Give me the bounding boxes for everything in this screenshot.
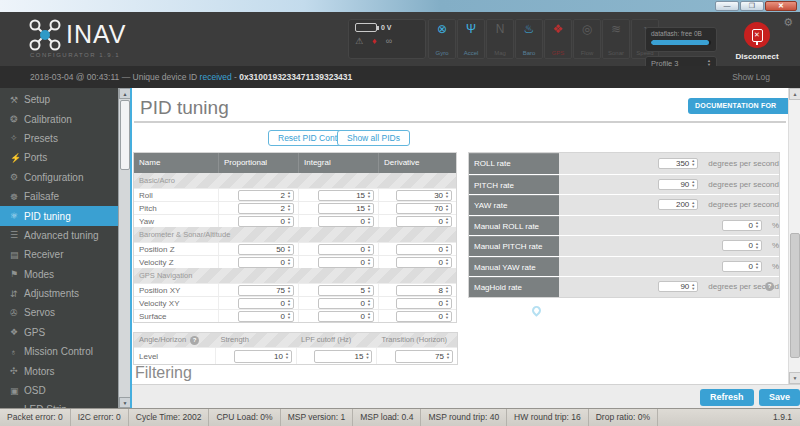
save-button[interactable]: Save	[759, 389, 800, 406]
pid-section-baro-sonar: Barometer & Sonar/Altitude	[134, 227, 456, 242]
sidebar-item-ports[interactable]: ⚡Ports	[0, 148, 118, 167]
device-id: 0x3100193233471139323431	[239, 72, 352, 82]
manual-roll-rate-input[interactable]: 0▲▼	[722, 220, 762, 231]
roll-rate-input[interactable]: 350▲▼	[658, 158, 698, 169]
position-z-d-input[interactable]: 0▲▼	[396, 244, 452, 255]
show-all-pids-button[interactable]: Show all PIDs	[337, 130, 410, 146]
sidebar-item-motors[interactable]: ✣Motors	[0, 361, 118, 380]
roll-d-input[interactable]: 30▲▼	[396, 190, 452, 201]
surface-d-input[interactable]: 0▲▼	[396, 311, 452, 322]
manual-pitch-rate-input[interactable]: 0▲▼	[722, 240, 762, 251]
level-strength-input[interactable]: 10▲▼	[234, 350, 292, 363]
status-cpu-load: CPU Load: 0%	[209, 409, 280, 426]
spinner-arrows-icon: ▲▼	[287, 286, 291, 294]
app-header: INAV CONFIGURATOR 1.9.1 0 V ⚠ ♦ ∞ ⊗ Gyro…	[0, 12, 800, 66]
table-row-surface: Surface 0▲▼ 0▲▼ 0▲▼	[134, 309, 456, 322]
status-cycle-time: Cycle Time: 2002	[129, 409, 210, 426]
position-z-p-input[interactable]: 50▲▼	[238, 244, 294, 255]
wrench-icon: ⚒	[10, 95, 24, 105]
sidebar-item-servos[interactable]: ✇Servos	[0, 303, 118, 322]
spinner-arrows-icon: ▲▼	[445, 204, 449, 212]
main-area: ⚒Setup ❂Calibration ✧Presets ⚡Ports ⚙Con…	[0, 88, 800, 408]
velocity-z-d-input[interactable]: 0▲▼	[396, 257, 452, 268]
maghold-rate-input[interactable]: 90▲▼	[658, 281, 698, 292]
sensor-sonar: ≋ Sonar	[602, 19, 630, 59]
scrollbar-thumb[interactable]	[120, 100, 130, 170]
magic-wand-icon: ✧	[10, 133, 24, 143]
filtering-section-title: Filtering	[135, 364, 192, 382]
refresh-button[interactable]: Refresh	[700, 389, 754, 406]
velocity-xy-p-input[interactable]: 0▲▼	[238, 298, 294, 309]
level-lpf-cutoff-input[interactable]: 15▲▼	[314, 350, 372, 363]
sidebar-item-presets[interactable]: ✧Presets	[0, 129, 118, 148]
sidebar-item-adjustments[interactable]: ⇵Adjustments	[0, 284, 118, 303]
table-row-velocity-z: Velocity Z 0▲▼ 0▲▼ 0▲▼	[134, 255, 456, 268]
settings-gear-icon[interactable]: ⚙	[783, 16, 793, 29]
spinner-arrows-icon: ▲▼	[285, 352, 289, 360]
content-scrollbar[interactable]: ▲ ▼	[788, 88, 800, 384]
yaw-i-input[interactable]: 0▲▼	[318, 216, 374, 227]
velocity-z-p-input[interactable]: 0▲▼	[238, 257, 294, 268]
disconnect-button[interactable]: ✕ Disconnect	[727, 22, 787, 61]
velocity-xy-d-input[interactable]: 0▲▼	[396, 298, 452, 309]
pid-section-gps-navigation: GPS Navigation	[134, 268, 456, 283]
sidebar-item-pid-tuning[interactable]: ⚛PID tuning	[0, 206, 118, 225]
sidebar-item-setup[interactable]: ⚒Setup	[0, 90, 118, 109]
sidebar-scrollbar[interactable]: ▲ ▼	[118, 88, 130, 408]
help-icon[interactable]: ?	[190, 336, 199, 345]
help-icon[interactable]: ?	[765, 282, 774, 291]
position-xy-i-input[interactable]: 5▲▼	[318, 285, 374, 296]
sonar-icon: ≋	[611, 23, 621, 36]
roll-p-input[interactable]: 2▲▼	[238, 190, 294, 201]
maximize-button[interactable]: ❐	[740, 1, 764, 11]
yaw-p-input[interactable]: 0▲▼	[238, 216, 294, 227]
velocity-xy-i-input[interactable]: 0▲▼	[318, 298, 374, 309]
spinner-arrows-icon: ▲▼	[367, 204, 371, 212]
pitch-i-input[interactable]: 15▲▼	[318, 203, 374, 214]
documentation-button[interactable]: DOCUMENTATION FOR INAV	[688, 98, 800, 114]
scroll-up-icon[interactable]: ▲	[789, 88, 800, 100]
spinner-arrows-icon: ▲▼	[445, 258, 449, 266]
battery-icon	[355, 23, 377, 32]
minimize-button[interactable]: —	[715, 1, 739, 11]
sidebar-item-failsafe[interactable]: ☸Failsafe	[0, 187, 118, 206]
sensor-gyro: ⊗ Gyro	[428, 19, 456, 59]
sidebar-item-osd[interactable]: ▣OSD	[0, 381, 118, 400]
sidebar-item-receiver[interactable]: ▤Receiver	[0, 245, 118, 264]
spinner-arrows-icon: ▲▼	[445, 299, 449, 307]
surface-i-input[interactable]: 0▲▼	[318, 311, 374, 322]
position-xy-d-input[interactable]: 8▲▼	[396, 285, 452, 296]
scrollbar-thumb[interactable]	[790, 233, 800, 358]
sidebar-item-calibration[interactable]: ❂Calibration	[0, 109, 118, 128]
spinner-arrows-icon: ▲▼	[755, 221, 759, 229]
pitch-p-input[interactable]: 2▲▼	[238, 203, 294, 214]
sidebar-item-led-strip[interactable]: ≡LED Strip	[0, 400, 118, 408]
roll-i-input[interactable]: 15▲▼	[318, 190, 374, 201]
position-xy-p-input[interactable]: 75▲▼	[238, 285, 294, 296]
manual-yaw-rate-input[interactable]: 0▲▼	[722, 261, 762, 272]
show-log-button[interactable]: Show Log	[732, 66, 770, 88]
spinner-arrows-icon: ▲▼	[446, 352, 450, 360]
velocity-z-i-input[interactable]: 0▲▼	[318, 257, 374, 268]
sidebar-item-mission-control[interactable]: ♁Mission Control	[0, 342, 118, 361]
table-row-manual-pitch-rate: Manual PITCH rate 0▲▼%	[469, 235, 779, 256]
close-button[interactable]: ✕	[765, 1, 797, 11]
yaw-d-input[interactable]: 0▲▼	[396, 216, 452, 227]
dataflash-progressbar	[651, 40, 711, 45]
spinner-arrows-icon: ▲▼	[366, 352, 370, 360]
level-transition-input[interactable]: 75▲▼	[395, 350, 453, 363]
scroll-down-icon[interactable]: ▼	[789, 372, 800, 384]
spinner-arrows-icon: ▲▼	[445, 312, 449, 320]
yaw-rate-input[interactable]: 200▲▼	[658, 199, 698, 210]
sidebar-item-modes[interactable]: ⚑Modes	[0, 265, 118, 284]
spinner-arrows-icon: ▲▼	[691, 159, 695, 167]
sliders-icon: ☰	[10, 230, 24, 240]
position-z-i-input[interactable]: 0▲▼	[318, 244, 374, 255]
pitch-rate-input[interactable]: 90▲▼	[658, 179, 698, 190]
pitch-d-input[interactable]: 70▲▼	[396, 203, 452, 214]
surface-p-input[interactable]: 0▲▼	[238, 311, 294, 322]
sidebar-item-gps[interactable]: ❖GPS	[0, 323, 118, 342]
sidebar-item-advanced-tuning[interactable]: ☰Advanced tuning	[0, 226, 118, 245]
sidebar-item-configuration[interactable]: ⚙Configuration	[0, 168, 118, 187]
link-icon: ∞	[386, 36, 392, 46]
